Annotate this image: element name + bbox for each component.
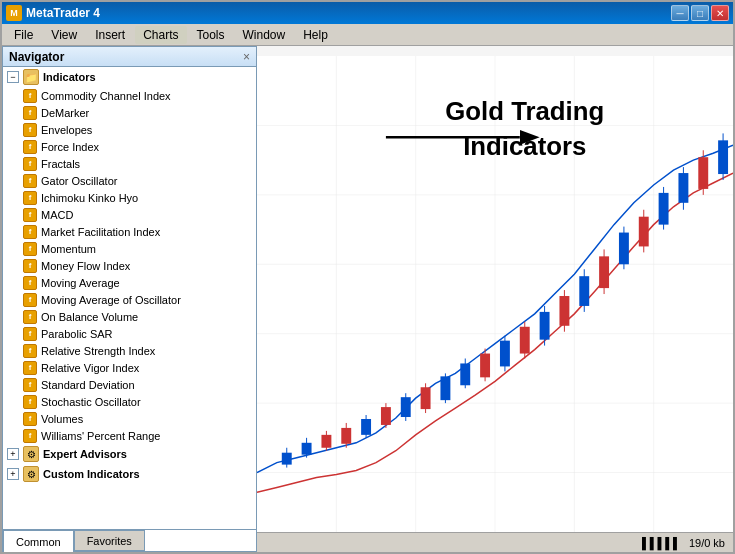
svg-rect-13 [282,453,292,465]
svg-rect-35 [500,341,510,367]
indicator-icon: f [23,225,37,239]
main-content: Navigator × − 📁 Indicators f Commodity C… [2,46,733,552]
indicators-section-label: Indicators [43,71,96,83]
list-item[interactable]: f Parabolic SAR [3,325,256,342]
menu-window[interactable]: Window [235,26,294,44]
indicator-icon: f [23,208,37,222]
svg-rect-17 [321,435,331,448]
list-item[interactable]: f Volumes [3,410,256,427]
tab-common[interactable]: Common [3,530,74,552]
indicator-icon: f [23,242,37,256]
indicator-label: DeMarker [41,107,89,119]
navigator-close-button[interactable]: × [243,50,250,64]
list-item[interactable]: f Stochastic Oscillator [3,393,256,410]
menu-view[interactable]: View [43,26,85,44]
svg-rect-51 [659,193,669,225]
indicator-label: On Balance Volume [41,311,138,323]
indicator-label: Standard Deviation [41,379,135,391]
list-item[interactable]: f Moving Average [3,274,256,291]
main-window: M MetaTrader 4 ─ □ ✕ File View Insert Ch… [0,0,735,554]
custom-indicators-expand[interactable]: + [7,468,19,480]
list-item[interactable]: f Force Index [3,138,256,155]
svg-rect-49 [639,217,649,247]
list-item[interactable]: f Commodity Channel Index [3,87,256,104]
list-item[interactable]: f Fractals [3,155,256,172]
indicator-label: Market Facilitation Index [41,226,160,238]
menu-charts[interactable]: Charts [135,26,186,44]
list-item[interactable]: f Moving Average of Oscillator [3,291,256,308]
svg-rect-33 [480,354,490,378]
indicator-label: Parabolic SAR [41,328,113,340]
indicator-icon: f [23,361,37,375]
indicator-icon: f [23,89,37,103]
svg-rect-25 [401,397,411,417]
svg-rect-57 [718,140,728,174]
menu-help[interactable]: Help [295,26,336,44]
expert-advisors-expand[interactable]: + [7,448,19,460]
indicator-label: Williams' Percent Range [41,430,160,442]
menu-tools[interactable]: Tools [189,26,233,44]
indicator-label: Relative Vigor Index [41,362,139,374]
chart-status-icon: ▌▌▌▌▌ [642,537,681,549]
svg-rect-47 [619,233,629,265]
indicator-label: Stochastic Oscillator [41,396,141,408]
indicator-label: MACD [41,209,73,221]
indicator-icon: f [23,344,37,358]
close-button[interactable]: ✕ [711,5,729,21]
svg-rect-19 [341,428,351,444]
expert-advisors-label: Expert Advisors [43,448,127,460]
kb-status: 19/0 kb [689,537,725,549]
indicator-label: Commodity Channel Index [41,90,171,102]
list-item[interactable]: f MACD [3,206,256,223]
indicator-icon: f [23,123,37,137]
indicator-icon: f [23,276,37,290]
list-item[interactable]: f Williams' Percent Range [3,427,256,444]
svg-rect-27 [421,387,431,409]
list-item[interactable]: f Relative Vigor Index [3,359,256,376]
tab-favorites[interactable]: Favorites [74,530,145,551]
indicator-icon: f [23,378,37,392]
list-item[interactable]: f DeMarker [3,104,256,121]
chart-area: Gold Trading Indicators ▌▌▌▌▌ 19/0 kb [257,46,733,552]
navigator-title: Navigator [9,50,64,64]
indicator-label: Volumes [41,413,83,425]
navigator-panel: Navigator × − 📁 Indicators f Commodity C… [2,46,257,552]
indicator-icon: f [23,293,37,307]
indicators-section[interactable]: − 📁 Indicators [3,67,256,87]
title-bar-controls: ─ □ ✕ [671,5,729,21]
list-item[interactable]: f Gator Oscillator [3,172,256,189]
maximize-button[interactable]: □ [691,5,709,21]
indicator-icon: f [23,412,37,426]
expert-advisors-section[interactable]: + ⚙ Expert Advisors [3,444,256,464]
indicator-label: Envelopes [41,124,92,136]
svg-rect-43 [579,276,589,306]
list-item[interactable]: f Momentum [3,240,256,257]
indicator-icon: f [23,157,37,171]
indicator-icon: f [23,106,37,120]
list-item[interactable]: f Ichimoku Kinko Hyo [3,189,256,206]
navigator-list[interactable]: − 📁 Indicators f Commodity Channel Index… [3,67,256,529]
list-item[interactable]: f Market Facilitation Index [3,223,256,240]
minimize-button[interactable]: ─ [671,5,689,21]
list-item[interactable]: f Standard Deviation [3,376,256,393]
list-item[interactable]: f Relative Strength Index [3,342,256,359]
svg-text:Gold Trading: Gold Trading [445,98,604,126]
indicator-label: Relative Strength Index [41,345,155,357]
navigator-header: Navigator × [3,47,256,67]
list-item[interactable]: f Envelopes [3,121,256,138]
list-item[interactable]: f Money Flow Index [3,257,256,274]
menu-insert[interactable]: Insert [87,26,133,44]
indicator-icon: f [23,310,37,324]
custom-indicators-section[interactable]: + ⚙ Custom Indicators [3,464,256,484]
indicator-label: Moving Average of Oscillator [41,294,181,306]
indicator-label: Ichimoku Kinko Hyo [41,192,138,204]
svg-rect-55 [698,157,708,189]
menu-file[interactable]: File [6,26,41,44]
navigator-tabs: Common Favorites [3,529,256,551]
app-icon: M [6,5,22,21]
list-item[interactable]: f On Balance Volume [3,308,256,325]
indicator-label: Fractals [41,158,80,170]
indicators-expand[interactable]: − [7,71,19,83]
svg-rect-37 [520,327,530,354]
svg-rect-39 [540,312,550,340]
